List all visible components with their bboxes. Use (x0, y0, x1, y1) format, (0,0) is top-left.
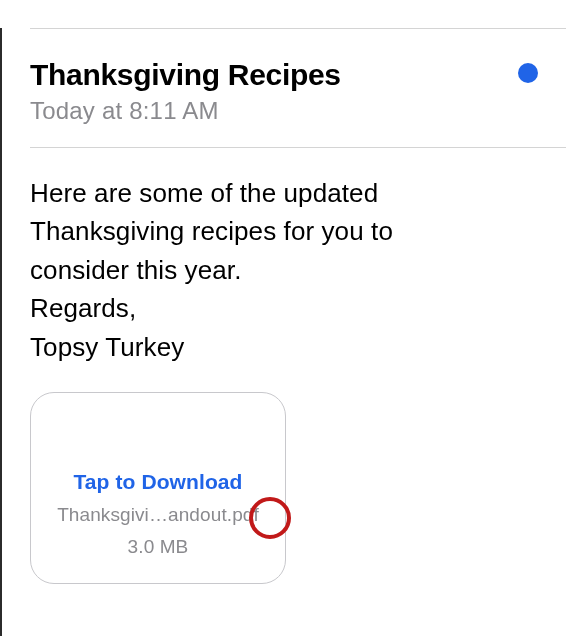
attachment-filesize: 3.0 MB (128, 533, 189, 561)
body-line: Here are some of the updated (30, 174, 566, 212)
email-subject: Thanksgiving Recipes (30, 57, 566, 93)
email-body: Here are some of the updated Thanksgivin… (30, 148, 566, 584)
body-line: consider this year. (30, 251, 566, 289)
body-line: Regards, (30, 289, 566, 327)
body-line: Topsy Turkey (30, 328, 566, 366)
email-timestamp: Today at 8:11 AM (30, 97, 566, 125)
attachment-filename: Thanksgivi…andout.pdf (57, 501, 259, 529)
body-line: Thanksgiving recipes for you to (30, 212, 566, 250)
attachment-action-label: Tap to Download (73, 466, 242, 497)
email-detail-container: Thanksgiving Recipes Today at 8:11 AM He… (0, 28, 586, 636)
attachment-download-button[interactable]: Tap to Download Thanksgivi…andout.pdf 3.… (30, 392, 286, 584)
unread-indicator-icon (518, 63, 538, 83)
email-header: Thanksgiving Recipes Today at 8:11 AM (30, 29, 566, 147)
